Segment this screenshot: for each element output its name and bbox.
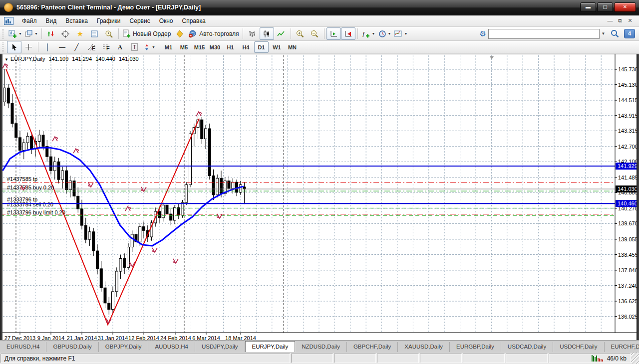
child-restore-icon[interactable]: ⧉ [615,17,625,25]
menu-item-вставка[interactable]: Вставка [61,16,92,26]
bar-chart-button[interactable] [245,27,260,40]
horizontal-line-tool-button[interactable]: — [55,41,69,53]
new-chart-icon [8,30,17,38]
vertical-line-tool-button[interactable]: │ [40,41,55,53]
candle-body [158,211,161,218]
price-axis-label: 144.515 [618,97,638,103]
chart-tab-audusd-h4[interactable]: AUDUSD,H4 [148,342,195,352]
date-axis-label: 24 Feb 2014 [160,335,191,341]
chart-tab-usdchf-daily[interactable]: USDCHF,Daily [553,342,604,352]
settings-gear-icon[interactable]: ⚙ [480,29,486,38]
minimize-button[interactable]: ▬ [580,2,596,12]
trendline-tool-button[interactable]: ╱ [69,41,84,53]
price-badge-label: 141.929 [618,164,638,170]
crosshair-icon [61,30,69,38]
timeframe-button-mn[interactable]: MN [285,41,300,53]
chart-tab-eurchf-daily[interactable]: EURCHF,Daily [605,342,639,352]
fibonacci-icon: F [102,43,110,51]
chart-tab-nzdusd-daily[interactable]: NZDUSD,Daily [295,342,347,352]
chart-tab-eurusd-h4[interactable]: EURUSD,H4 [0,342,46,352]
arrow-up-marker [52,137,57,141]
zoom-out-button[interactable] [308,27,322,40]
menu-item-файл[interactable]: Файл [17,16,41,26]
chart-tab-usdjpy-daily[interactable]: USDJPY,Daily [195,342,245,352]
status-panel [291,354,333,363]
candle-body [65,171,68,190]
chart-area[interactable]: #1437585 tp#1437585 buy 0.20#1333784 sel… [0,54,639,340]
crosshair-tool-button[interactable] [21,41,36,53]
menu-item-вид[interactable]: Вид [41,16,61,26]
metaeditor-button[interactable] [172,27,187,40]
fibonacci-tool-button[interactable]: F [98,41,113,53]
data-window-button[interactable] [58,27,73,40]
price-chart[interactable]: #1437585 tp#1437585 buy 0.20#1333784 sel… [0,54,639,342]
timeframe-button-m30[interactable]: M30 [208,41,222,53]
market-watch-button[interactable] [44,27,58,40]
timeframe-button-m15[interactable]: M15 [192,41,207,53]
price-badge-label: 140.460 [618,201,638,207]
chart-shift-button[interactable] [341,27,355,40]
zoom-in-button[interactable] [293,27,308,40]
timeframe-button-m1[interactable]: M1 [161,41,176,53]
timeframe-button-m5[interactable]: M5 [177,41,191,53]
child-minimize-icon[interactable]: — [605,17,615,25]
chart-tab-eurjpy-daily[interactable]: EURJPY,Daily [245,341,296,352]
profiles-button[interactable]: ▼ [23,27,39,40]
line-chart-button[interactable] [274,27,289,40]
text-tool-button[interactable]: A [113,41,127,53]
text-icon: A [118,44,122,50]
chart-tab-usdcad-daily[interactable]: USDCAD,Daily [501,342,553,352]
timeframe-button-w1[interactable]: W1 [270,41,284,53]
toolbar-grip[interactable] [2,29,5,39]
timeframe-button-h4[interactable]: H4 [239,41,253,53]
menu-item-сервис[interactable]: Сервис [125,16,155,26]
candle-chart-button[interactable] [260,27,274,40]
search-input[interactable] [488,29,600,39]
new-chart-button[interactable]: ▼ [7,27,23,40]
strategy-tester-button[interactable] [102,27,116,40]
separator [41,28,42,39]
candle-chart-icon [263,30,271,38]
chart-shift-marker [490,56,494,59]
periods-button[interactable]: ▼ [377,27,393,40]
search-button[interactable] [607,28,622,40]
title-bar: 565896: Panteon Client Terminal - Демо С… [0,0,639,15]
indicators-button[interactable]: ƒ ▼ [360,27,377,40]
terminal-button[interactable] [87,27,102,40]
child-close-icon[interactable]: ✕ [625,17,635,25]
timeframe-button-d1[interactable]: D1 [254,41,269,53]
menu-item-справка[interactable]: Справка [178,16,210,26]
autotrading-button[interactable]: Авто-торговля [187,27,240,40]
separator [159,42,159,52]
channel-tool-button[interactable]: E [84,41,98,53]
symbol-dropdown-icon[interactable]: ▼ [4,57,8,62]
trendline-icon: ╱ [75,44,79,50]
search-dropdown-arrow[interactable]: ▼ [600,29,607,39]
chart-tab-gbpchf-daily[interactable]: GBPCHF,Daily [347,342,398,352]
menu-item-графики[interactable]: Графики [92,16,125,26]
timeframe-button-h1[interactable]: H1 [223,41,238,53]
notifications-badge[interactable]: 4 [624,29,635,38]
navigator-button[interactable]: ★ [73,27,87,40]
chart-tab-eurgbp-daily[interactable]: EURGBP,Daily [450,342,501,352]
chart-tab-gbpjpy-daily[interactable]: GBPJPY,Daily [99,342,149,352]
auto-scroll-button[interactable] [326,27,341,40]
arrows-tool-button[interactable]: ▼ [142,41,157,53]
chart-tab-xauusd-daily[interactable]: XAUUSD,Daily [398,342,450,352]
app-logo-icon [4,3,13,12]
chevron-down-icon: ▼ [18,32,22,35]
chart-tab-gbpusd-daily[interactable]: GBPUSD,Daily [46,342,98,352]
menu-item-окно[interactable]: Окно [155,16,178,26]
new-order-button[interactable]: Новый Ордер [121,27,172,40]
templates-button[interactable]: ▼ [392,27,409,40]
close-button[interactable]: ✕ [614,2,636,12]
date-axis-label: 6 Mar 2014 [192,335,220,341]
toolbar-grip[interactable] [2,42,5,52]
bar-chart-icon [248,30,256,38]
order-label: #1437585 buy 0.20 [7,185,54,191]
line-chart-icon [277,30,285,38]
cursor-tool-button[interactable] [7,41,21,53]
resize-grip[interactable] [631,353,639,364]
maximize-button[interactable]: ▢ [597,2,613,12]
text-label-tool-button[interactable]: T [127,41,142,53]
